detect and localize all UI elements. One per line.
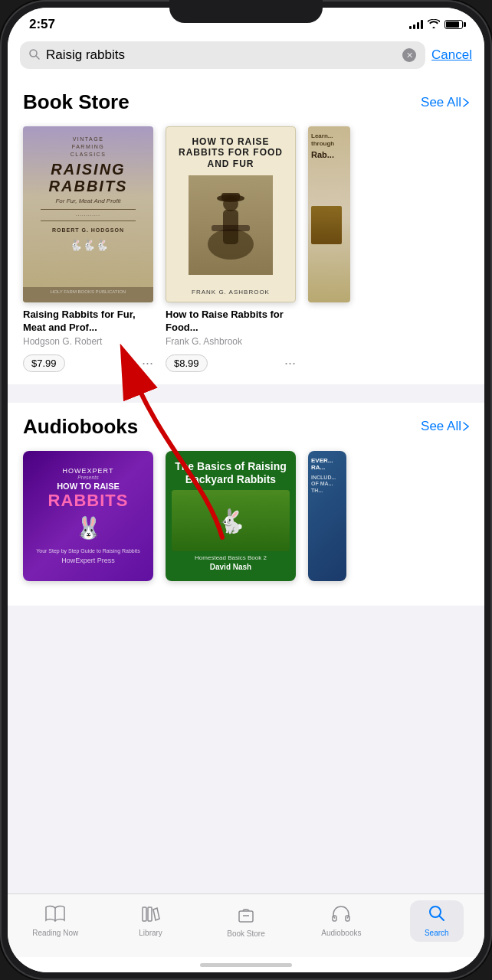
tab-library[interactable]: Library	[124, 905, 178, 937]
battery-icon	[444, 20, 463, 29]
book-cover-2: HOW TO RAISE RABBITS FOR FOOD AND FUR	[166, 126, 296, 302]
book-title-1: Raising Rabbits for Fur, Meat and Prof..…	[23, 309, 153, 335]
svg-rect-11	[148, 907, 152, 921]
book-cover-1: VINTAGEFARMINGCLASSICS RAISINGRABBITS Fo…	[23, 126, 153, 302]
audiobook-item-2[interactable]: The Basics of Raising Backyard Rabbits 🐇…	[166, 451, 296, 581]
book-info-1: Raising Rabbits for Fur, Meat and Prof..…	[23, 302, 153, 350]
audiobooks-row: HOWEXPERT Presents HOW TO RAISE RABBITS …	[8, 445, 484, 593]
home-indicator	[8, 957, 484, 972]
book2-photo	[189, 175, 273, 275]
notch	[169, 0, 323, 23]
phone-frame: 2:57	[0, 0, 492, 980]
search-bar: Raisig rabbits ✕ Cancel	[20, 41, 472, 69]
tab-audiobooks[interactable]: Audiobooks	[314, 905, 368, 937]
search-area: Raisig rabbits ✕ Cancel	[8, 35, 484, 78]
audiobooks-title: Audiobooks	[23, 415, 138, 439]
rabbit-icon-audio1: 🐰	[75, 515, 102, 541]
bookstore-section: Book Store See All VINTAGEFARMINGCLASSIC…	[8, 78, 484, 384]
book-price-2[interactable]: $8.99	[166, 354, 208, 372]
reading-now-icon	[45, 905, 65, 926]
audiobooks-header: Audiobooks See All	[8, 403, 484, 445]
book-author-2: Frank G. Ashbrook	[166, 336, 296, 347]
book-info-2: How to Raise Rabbits for Food... Frank G…	[166, 302, 296, 350]
audiobook2-rabbit-photo: 🐇	[172, 490, 290, 551]
book-price-row-2: $8.99 ···	[166, 354, 296, 372]
signal-bars-icon	[409, 20, 423, 29]
audiobooks-section: Audiobooks See All HOWEXPERT Presents HO…	[8, 403, 484, 606]
tab-label-reading-now: Reading Now	[32, 929, 78, 937]
clear-search-button[interactable]: ✕	[402, 48, 416, 62]
book-author-1: Hodgson G. Robert	[23, 336, 153, 347]
status-icons	[409, 19, 463, 31]
scroll-content[interactable]: Book Store See All VINTAGEFARMINGCLASSIC…	[8, 78, 484, 893]
tab-label-audiobooks: Audiobooks	[321, 929, 361, 937]
book-price-row-1: $7.99 ···	[23, 354, 153, 372]
search-input-wrapper[interactable]: Raisig rabbits ✕	[20, 41, 425, 69]
screen: 2:57	[8, 8, 484, 972]
search-tab-icon	[428, 905, 445, 926]
tab-search[interactable]: Search	[410, 900, 464, 942]
audiobook-cover-1: HOWEXPERT Presents HOW TO RAISE RABBITS …	[23, 451, 153, 581]
tab-label-book-store: Book Store	[227, 929, 264, 938]
book-title-2: How to Raise Rabbits for Food...	[166, 309, 296, 335]
bookstore-header: Book Store See All	[8, 78, 484, 120]
book-more-2[interactable]: ···	[284, 355, 296, 371]
svg-rect-7	[221, 193, 240, 201]
audiobook-item-1[interactable]: HOWEXPERT Presents HOW TO RAISE RABBITS …	[23, 451, 153, 581]
audiobooks-icon	[332, 905, 350, 926]
book-item-3-partial[interactable]: Learn... through Rab...	[308, 126, 350, 302]
library-icon	[141, 905, 161, 926]
svg-line-17	[439, 916, 444, 921]
tab-reading-now[interactable]: Reading Now	[28, 905, 82, 937]
audiobook-item-3-partial[interactable]: EVER... RA... INCLUD... OF MA... TH...	[308, 451, 346, 581]
tab-label-library: Library	[139, 929, 162, 937]
bookstore-icon	[238, 904, 254, 927]
svg-rect-5	[212, 225, 250, 231]
tab-book-store[interactable]: Book Store	[219, 904, 273, 938]
svg-line-1	[36, 56, 39, 59]
book-price-1[interactable]: $7.99	[23, 354, 65, 372]
svg-rect-10	[143, 907, 146, 921]
cancel-button[interactable]: Cancel	[431, 47, 472, 63]
svg-rect-12	[239, 911, 253, 922]
tab-bar: Reading Now Library	[8, 893, 484, 957]
books-row: VINTAGEFARMINGCLASSICS RAISINGRABBITS Fo…	[8, 120, 484, 384]
search-input[interactable]: Raisig rabbits	[46, 47, 396, 63]
audiobook-cover-2: The Basics of Raising Backyard Rabbits 🐇…	[166, 451, 296, 581]
bookstore-title: Book Store	[23, 90, 130, 114]
book-item-1[interactable]: VINTAGEFARMINGCLASSICS RAISINGRABBITS Fo…	[23, 126, 153, 372]
status-time: 2:57	[29, 17, 55, 32]
search-icon	[29, 49, 40, 62]
book-item-2[interactable]: HOW TO RAISE RABBITS FOR FOOD AND FUR	[166, 126, 296, 372]
home-bar	[200, 963, 292, 967]
book-more-1[interactable]: ···	[142, 355, 153, 371]
bookstore-see-all[interactable]: See All	[421, 95, 469, 110]
tab-label-search: Search	[425, 929, 449, 937]
audiobooks-see-all[interactable]: See All	[421, 419, 469, 434]
wifi-icon	[428, 19, 440, 31]
